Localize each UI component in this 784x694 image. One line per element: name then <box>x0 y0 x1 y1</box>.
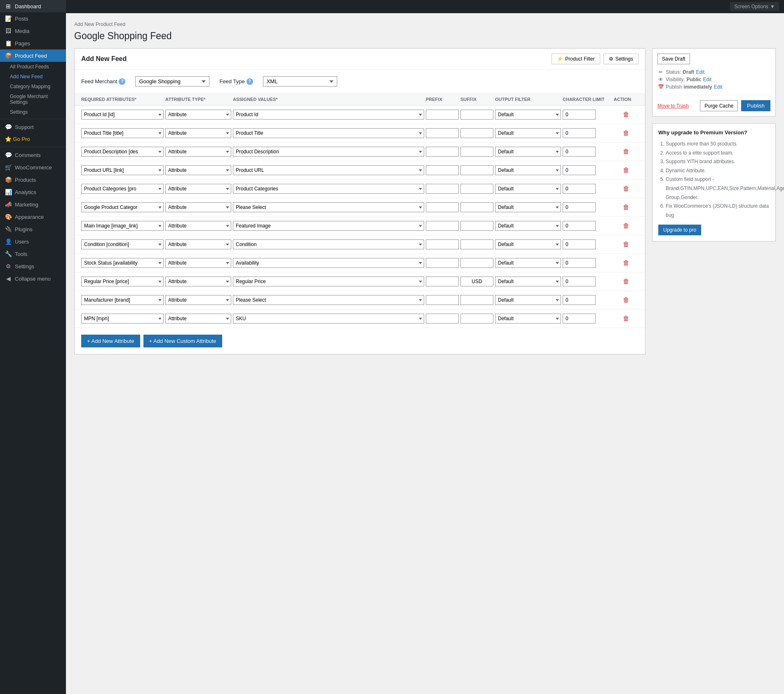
output-filter-select-1[interactable]: Default <box>495 128 561 138</box>
required-attr-select-8[interactable]: Stock Status [availability <box>81 258 164 268</box>
delete-row-button-11[interactable]: 🗑 <box>614 314 638 323</box>
sidebar-item-appearance[interactable]: 🎨 Appearance <box>0 211 66 223</box>
prefix-input-9[interactable] <box>426 277 459 286</box>
sidebar-item-merchant-settings[interactable]: Google Merchant Settings <box>5 91 66 107</box>
attr-type-select-0[interactable]: Attribute <box>165 110 231 120</box>
screen-options-button[interactable]: Screen Options ▼ <box>730 2 779 11</box>
assigned-value-select-0[interactable]: Product Id <box>233 110 424 120</box>
char-limit-input-9[interactable] <box>563 277 596 286</box>
delete-row-button-9[interactable]: 🗑 <box>614 277 638 286</box>
suffix-input-3[interactable] <box>460 165 493 175</box>
delete-row-button-2[interactable]: 🗑 <box>614 147 638 156</box>
suffix-input-8[interactable] <box>460 258 493 268</box>
char-limit-input-2[interactable] <box>563 147 596 157</box>
sidebar-item-gopro[interactable]: ⭐ Go Pro <box>0 133 66 145</box>
required-attr-select-9[interactable]: Regular Price [price] <box>81 277 164 286</box>
char-limit-input-5[interactable] <box>563 202 596 212</box>
assigned-value-select-9[interactable]: Regular Price <box>233 277 424 286</box>
assigned-value-select-6[interactable]: Featured Image <box>233 221 424 231</box>
required-attr-select-11[interactable]: MPN [mpn] <box>81 314 164 324</box>
assigned-value-select-8[interactable]: Availability <box>233 258 424 268</box>
attr-type-select-8[interactable]: Attribute <box>165 258 231 268</box>
delete-row-button-5[interactable]: 🗑 <box>614 203 638 212</box>
sidebar-item-marketing[interactable]: 📣 Marketing <box>0 198 66 211</box>
delete-row-button-4[interactable]: 🗑 <box>614 184 638 193</box>
add-custom-attribute-button[interactable]: + Add New Custom Attribute <box>143 335 222 347</box>
output-filter-select-5[interactable]: Default <box>495 202 561 212</box>
required-attr-select-6[interactable]: Main Image [image_link] <box>81 221 164 231</box>
assigned-value-select-1[interactable]: Product Title <box>233 128 424 138</box>
output-filter-select-11[interactable]: Default <box>495 314 561 324</box>
sidebar-item-posts[interactable]: 📝 Posts <box>0 12 66 25</box>
delete-row-button-8[interactable]: 🗑 <box>614 258 638 267</box>
prefix-input-2[interactable] <box>426 147 459 157</box>
suffix-input-9[interactable] <box>460 277 493 286</box>
status-edit-link[interactable]: Edit <box>696 69 704 75</box>
delete-row-button-6[interactable]: 🗑 <box>614 221 638 230</box>
type-help-icon[interactable]: ? <box>246 78 253 85</box>
sidebar-item-media[interactable]: 🖼 Media <box>0 25 66 37</box>
attr-type-select-11[interactable]: Attribute <box>165 314 231 324</box>
purge-cache-button[interactable]: Purge Cache <box>700 100 738 111</box>
attr-type-select-2[interactable]: Attribute <box>165 147 231 157</box>
attr-type-select-10[interactable]: Attribute <box>165 295 231 305</box>
sidebar-item-collapse[interactable]: ◀ Collapse menu <box>0 272 66 285</box>
sidebar-item-support[interactable]: 💬 Support <box>0 121 66 133</box>
output-filter-select-10[interactable]: Default <box>495 295 561 305</box>
char-limit-input-3[interactable] <box>563 165 596 175</box>
save-draft-button[interactable]: Save Draft <box>657 54 690 64</box>
prefix-input-3[interactable] <box>426 165 459 175</box>
sidebar-item-product-feed[interactable]: 📦 Product Feed <box>0 49 66 62</box>
assigned-value-select-4[interactable]: Product Categories <box>233 184 424 194</box>
required-attr-select-7[interactable]: Condition [condition] <box>81 239 164 249</box>
output-filter-select-8[interactable]: Default <box>495 258 561 268</box>
prefix-input-6[interactable] <box>426 221 459 231</box>
attr-type-select-7[interactable]: Attribute <box>165 239 231 249</box>
sidebar-item-tools[interactable]: 🔧 Tools <box>0 248 66 260</box>
delete-row-button-10[interactable]: 🗑 <box>614 295 638 305</box>
assigned-value-select-3[interactable]: Product URL <box>233 165 424 175</box>
sidebar-item-all-feeds[interactable]: All Product Feeds <box>5 62 66 72</box>
sidebar-item-analytics[interactable]: 📊 Analytics <box>0 186 66 198</box>
feed-type-select[interactable]: XML <box>263 76 337 87</box>
char-limit-input-4[interactable] <box>563 184 596 194</box>
output-filter-select-4[interactable]: Default <box>495 184 561 194</box>
feed-merchant-select[interactable]: Google Shopping <box>135 76 209 87</box>
output-filter-select-9[interactable]: Default <box>495 277 561 286</box>
attr-type-select-6[interactable]: Attribute <box>165 221 231 231</box>
suffix-input-2[interactable] <box>460 147 493 157</box>
prefix-input-0[interactable] <box>426 110 459 120</box>
char-limit-input-10[interactable] <box>563 295 596 305</box>
publish-button[interactable]: Publish <box>741 100 770 111</box>
merchant-help-icon[interactable]: ? <box>119 78 125 85</box>
suffix-input-0[interactable] <box>460 110 493 120</box>
suffix-input-1[interactable] <box>460 128 493 138</box>
delete-row-button-7[interactable]: 🗑 <box>614 240 638 249</box>
upgrade-button[interactable]: Upgrade to pro <box>658 225 701 235</box>
delete-row-button-3[interactable]: 🗑 <box>614 166 638 175</box>
prefix-input-4[interactable] <box>426 184 459 194</box>
char-limit-input-11[interactable] <box>563 314 596 324</box>
prefix-input-10[interactable] <box>426 295 459 305</box>
sidebar-item-pages[interactable]: 📋 Pages <box>0 37 66 49</box>
char-limit-input-6[interactable] <box>563 221 596 231</box>
sidebar-item-dashboard[interactable]: ⊞ Dashboard <box>0 0 66 12</box>
output-filter-select-0[interactable]: Default <box>495 110 561 120</box>
sidebar-item-woocommerce[interactable]: 🛒 WooCommerce <box>0 161 66 174</box>
move-to-trash-button[interactable]: Move to Trash <box>657 103 689 109</box>
output-filter-select-3[interactable]: Default <box>495 165 561 175</box>
prefix-input-7[interactable] <box>426 239 459 249</box>
attr-type-select-4[interactable]: Attribute <box>165 184 231 194</box>
suffix-input-7[interactable] <box>460 239 493 249</box>
char-limit-input-1[interactable] <box>563 128 596 138</box>
sidebar-item-users[interactable]: 👤 Users <box>0 235 66 248</box>
prefix-input-5[interactable] <box>426 202 459 212</box>
publish-time-edit-link[interactable]: Edit <box>714 84 723 90</box>
add-attribute-button[interactable]: + Add New Attribute <box>81 335 140 347</box>
delete-row-button-0[interactable]: 🗑 <box>614 110 638 119</box>
char-limit-input-0[interactable] <box>563 110 596 120</box>
assigned-value-select-2[interactable]: Product Description <box>233 147 424 157</box>
delete-row-button-1[interactable]: 🗑 <box>614 129 638 138</box>
output-filter-select-7[interactable]: Default <box>495 239 561 249</box>
attr-type-select-1[interactable]: Attribute <box>165 128 231 138</box>
